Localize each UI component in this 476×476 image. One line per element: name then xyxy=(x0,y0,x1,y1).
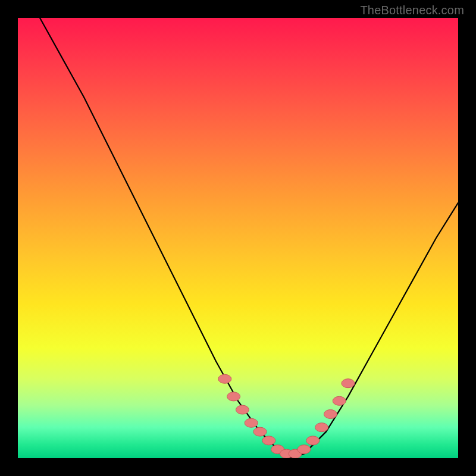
highlight-markers xyxy=(218,374,355,458)
marker-point xyxy=(306,436,320,445)
marker-point xyxy=(262,436,275,445)
marker-point xyxy=(218,374,231,383)
marker-point xyxy=(324,410,337,419)
marker-point xyxy=(245,418,258,427)
chart-frame: TheBottleneck.com xyxy=(0,0,476,476)
bottleneck-curve xyxy=(18,18,458,458)
marker-point xyxy=(236,405,249,414)
plot-area xyxy=(18,18,458,458)
marker-point xyxy=(227,392,240,401)
marker-point xyxy=(333,396,346,405)
chart-svg xyxy=(18,18,458,458)
marker-point xyxy=(342,379,355,388)
attribution-text: TheBottleneck.com xyxy=(360,4,464,17)
marker-point xyxy=(253,427,267,436)
marker-point xyxy=(315,423,328,432)
marker-point xyxy=(298,445,311,454)
